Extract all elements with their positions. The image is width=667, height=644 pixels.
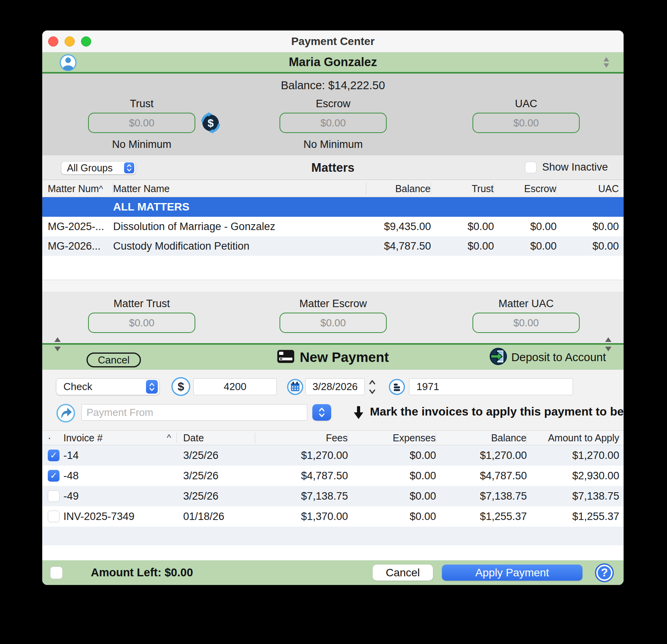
- uac-label: UAC: [472, 98, 580, 110]
- matter-row[interactable]: MG-2026... Custody Modification Petition…: [42, 236, 624, 256]
- cancel-button[interactable]: Cancel: [373, 565, 433, 581]
- column-header-invoice[interactable]: Invoice #^: [63, 433, 177, 443]
- matter-escrow-input[interactable]: [279, 313, 387, 333]
- column-header-matter-name[interactable]: Matter Name: [113, 183, 366, 194]
- invoice-row[interactable]: ✓ -48 3/25/26 $4,787.50 $0.00 $4,787.50 …: [42, 466, 624, 486]
- payment-amount-input[interactable]: [193, 378, 277, 395]
- apply-payment-button[interactable]: Apply Payment: [442, 565, 582, 581]
- window-title: Payment Center: [42, 31, 624, 52]
- show-inactive-checkbox[interactable]: [525, 162, 537, 173]
- deposit-to-account-button[interactable]: Deposit to Account: [489, 345, 606, 370]
- title-bar: Payment Center: [42, 31, 624, 52]
- column-header-uac[interactable]: UAC: [557, 183, 619, 194]
- payment-from-arrow-icon: [56, 403, 76, 425]
- matters-toolbar: All Groups Matters Show Inactive: [42, 155, 624, 180]
- help-icon[interactable]: ?: [595, 563, 614, 582]
- client-bar: Maria Gonzalez: [42, 52, 624, 74]
- all-matters-label: ALL MATTERS: [113, 201, 366, 213]
- invoice-checkbox[interactable]: ✓: [48, 490, 59, 502]
- matter-trust-group: Matter Trust: [88, 298, 195, 333]
- sort-ascending-icon: ^: [99, 184, 103, 194]
- uac-account-group: UAC: [472, 98, 580, 133]
- uac-amount-input[interactable]: [472, 113, 580, 133]
- show-inactive-toggle[interactable]: Show Inactive: [525, 161, 608, 173]
- matter-trust-input[interactable]: [88, 313, 195, 333]
- credit-card-icon: [277, 349, 294, 365]
- escrow-account-group: Escrow No Minimum: [279, 98, 387, 150]
- currency-exchange-icon[interactable]: $: [199, 112, 222, 136]
- invoice-checkbox[interactable]: ✓: [48, 511, 59, 522]
- invoice-row[interactable]: ✓ -14 3/25/26 $1,270.00 $0.00 $1,270.00 …: [42, 445, 624, 466]
- show-inactive-label: Show Inactive: [542, 161, 608, 173]
- matter-trust-label: Matter Trust: [88, 298, 195, 309]
- matter-uac-input[interactable]: [472, 313, 580, 333]
- payment-center-window: Payment Center Maria Gonzalez Balance: $…: [42, 31, 624, 585]
- deposit-label: Deposit to Account: [511, 351, 606, 364]
- down-arrow-icon: [353, 405, 364, 422]
- all-matters-row[interactable]: ALL MATTERS: [42, 197, 624, 217]
- trust-amount-input[interactable]: [88, 113, 195, 133]
- client-balance: Balance: $14,222.50: [42, 79, 624, 92]
- invoice-checkbox[interactable]: ✓: [48, 450, 59, 461]
- check-number-icon: [389, 379, 405, 397]
- client-balance-panel: Balance: $14,222.50 Trust No Minimum $ E…: [42, 74, 624, 155]
- client-sort-arrows-icon[interactable]: [603, 57, 609, 70]
- escrow-amount-input[interactable]: [279, 113, 387, 133]
- column-header-fees[interactable]: Fees: [255, 433, 348, 443]
- payment-method-select[interactable]: Check: [56, 378, 160, 395]
- payment-date-input[interactable]: [305, 378, 365, 395]
- payment-form: Check $: [42, 370, 624, 430]
- sort-ascending-icon: ^: [167, 433, 171, 443]
- matter-uac-label: Matter UAC: [472, 298, 580, 309]
- invoice-row[interactable]: ✓ INV-2025-7349 01/18/26 $1,370.00 $0.00…: [42, 506, 624, 527]
- calendar-icon[interactable]: [287, 379, 303, 397]
- invoice-checkbox[interactable]: ✓: [48, 470, 59, 482]
- new-payment-title: New Payment: [300, 349, 389, 365]
- column-header-escrow[interactable]: Escrow: [494, 183, 557, 194]
- trust-account-group: Trust No Minimum: [88, 98, 195, 150]
- date-stepper-icon[interactable]: [366, 379, 378, 397]
- invoice-empty-row: [42, 527, 624, 547]
- invoice-table-empty-area: [42, 545, 624, 560]
- trust-label: Trust: [88, 98, 195, 110]
- splitter-handle-icon[interactable]: [54, 337, 61, 353]
- column-header-balance[interactable]: Balance: [366, 183, 431, 194]
- column-header-amount-to-apply[interactable]: Amount to Apply: [527, 433, 619, 443]
- trust-minimum-label: No Minimum: [88, 139, 195, 150]
- select-stepper-icon: [146, 380, 158, 394]
- matter-uac-group: Matter UAC: [472, 298, 580, 333]
- check-number-input[interactable]: [409, 378, 573, 395]
- matters-table-empty-area: [42, 256, 624, 280]
- invoice-table-header: · Invoice #^ Date Fees Expenses Balance …: [42, 430, 624, 445]
- matter-escrow-label: Matter Escrow: [279, 298, 387, 309]
- client-name[interactable]: Maria Gonzalez: [42, 52, 624, 72]
- splitter-handle-icon[interactable]: [605, 337, 611, 353]
- matters-table-header: Matter Num^ Matter Name Balance Trust Es…: [42, 180, 624, 197]
- svg-text:$: $: [207, 117, 214, 129]
- footer-checkbox[interactable]: [50, 567, 63, 579]
- deposit-icon: [489, 347, 507, 367]
- matter-row[interactable]: MG-2025-... Dissolution of Marriage - Go…: [42, 217, 624, 236]
- apply-instruction: Mark the invoices to apply this payment …: [370, 405, 624, 418]
- new-payment-bar: Cancel New Payment Deposit to: [42, 343, 624, 370]
- escrow-minimum-label: No Minimum: [279, 139, 387, 150]
- column-header-matter-num[interactable]: Matter Num^: [48, 183, 113, 194]
- matter-escrow-group: Matter Escrow: [279, 298, 387, 333]
- payment-from-input[interactable]: [81, 404, 307, 421]
- column-header-expenses[interactable]: Expenses: [348, 433, 436, 443]
- dollar-icon: $: [171, 377, 190, 396]
- invoice-row[interactable]: ✓ -49 3/25/26 $7,138.75 $0.00 $7,138.75 …: [42, 486, 624, 506]
- footer-bar: Amount Left: $0.00 Cancel Apply Payment …: [42, 560, 624, 585]
- column-header-select[interactable]: ·: [48, 433, 63, 443]
- matters-scrollbar-gutter[interactable]: [42, 280, 624, 292]
- escrow-label: Escrow: [279, 98, 387, 110]
- matter-accounts-panel: Matter Trust Matter Escrow Matter UAC: [42, 292, 624, 343]
- column-header-trust[interactable]: Trust: [431, 183, 494, 194]
- amount-left-label: Amount Left: $0.00: [91, 566, 193, 579]
- payment-from-stepper-icon[interactable]: [312, 404, 331, 421]
- column-header-balance[interactable]: Balance: [436, 433, 527, 443]
- column-header-date[interactable]: Date: [177, 433, 255, 443]
- payment-method-value: Check: [56, 381, 146, 393]
